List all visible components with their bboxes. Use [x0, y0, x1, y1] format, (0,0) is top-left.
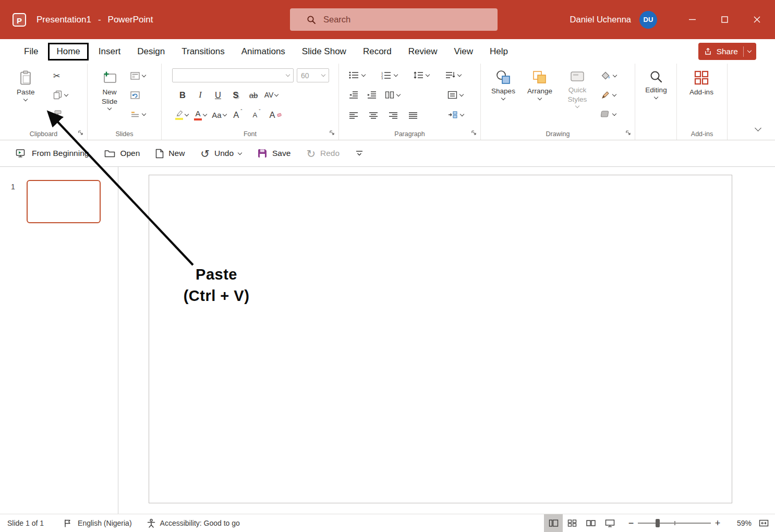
chevron-down-icon[interactable]	[394, 72, 398, 76]
accessibility-status[interactable]: Accessibility: Good to go	[160, 519, 240, 527]
new-slide-button[interactable]: New Slide	[94, 70, 125, 110]
chevron-down-icon[interactable]	[64, 92, 68, 96]
character-spacing-button[interactable]: AV	[264, 88, 278, 102]
tab-view[interactable]: View	[445, 43, 481, 61]
increase-indent-button[interactable]	[367, 88, 377, 102]
section-button[interactable]	[130, 107, 146, 121]
format-painter-button[interactable]	[53, 107, 68, 121]
line-spacing-button[interactable]	[413, 68, 429, 82]
copy-button[interactable]	[53, 88, 68, 102]
font-size-select[interactable]: 60	[297, 68, 329, 82]
reading-view-button[interactable]	[582, 514, 600, 532]
chevron-down-icon[interactable]	[613, 72, 617, 77]
slide-sorter-view-button[interactable]	[563, 514, 582, 532]
open-button[interactable]: Open	[104, 149, 140, 158]
zoom-slider[interactable]	[638, 523, 711, 524]
close-button[interactable]	[745, 8, 769, 32]
chevron-down-icon[interactable]	[274, 92, 278, 96]
slide-thumbnail[interactable]	[27, 180, 101, 223]
chevron-down-icon[interactable]	[142, 72, 146, 77]
shape-outline-button[interactable]	[601, 88, 616, 102]
tab-slide-show[interactable]: Slide Show	[294, 43, 355, 61]
tab-record[interactable]: Record	[355, 43, 400, 61]
align-text-button[interactable]	[447, 88, 464, 102]
columns-button[interactable]	[385, 88, 400, 102]
bullets-button[interactable]	[348, 68, 365, 82]
text-highlight-button[interactable]	[174, 107, 189, 122]
chevron-down-icon[interactable]	[142, 111, 146, 115]
chevron-down-icon[interactable]	[538, 95, 542, 100]
chevron-down-icon[interactable]	[361, 72, 366, 76]
bold-button[interactable]: B	[175, 88, 190, 102]
minimize-button[interactable]	[680, 8, 704, 32]
slide-layout-button[interactable]	[130, 69, 146, 82]
avatar[interactable]: DU	[639, 11, 657, 29]
save-button[interactable]: Save	[257, 148, 290, 159]
chevron-down-icon[interactable]	[501, 95, 505, 100]
add-ins-button[interactable]: Add-ins	[685, 70, 718, 97]
align-left-button[interactable]	[348, 108, 359, 122]
arrange-button[interactable]: Arrange	[525, 70, 555, 100]
align-center-button[interactable]	[368, 108, 379, 122]
shape-effects-button[interactable]	[601, 107, 616, 121]
user-name[interactable]: Daniel Uchenna	[570, 15, 631, 25]
zoom-percentage[interactable]: 59%	[731, 519, 752, 527]
from-beginning-button[interactable]: From Beginning	[16, 149, 89, 159]
font-name-select[interactable]	[172, 68, 294, 82]
search-box[interactable]	[290, 8, 498, 31]
change-case-button[interactable]: Aa	[212, 107, 226, 122]
chevron-down-icon[interactable]	[654, 94, 658, 99]
shapes-button[interactable]: Shapes	[488, 70, 518, 100]
slide-canvas[interactable]	[149, 175, 732, 503]
paragraph-dialog-launcher[interactable]	[471, 130, 477, 136]
shape-fill-button[interactable]	[601, 69, 616, 82]
strikethrough-button[interactable]: ab	[246, 88, 261, 102]
chevron-down-icon[interactable]	[459, 92, 464, 96]
zoom-out-button[interactable]: −	[626, 518, 636, 529]
clipboard-dialog-launcher[interactable]	[78, 130, 83, 136]
chevron-down-icon[interactable]	[238, 150, 242, 154]
toolbar-overflow-button[interactable]	[355, 150, 364, 157]
tab-home[interactable]: Home	[48, 43, 88, 61]
collapse-ribbon-button[interactable]	[756, 123, 760, 132]
share-button[interactable]: Share	[698, 43, 756, 60]
tab-help[interactable]: Help	[481, 43, 516, 61]
text-direction-button[interactable]	[445, 68, 461, 82]
chevron-down-icon[interactable]	[747, 49, 752, 53]
maximize-button[interactable]	[712, 8, 736, 32]
reset-slide-button[interactable]	[130, 88, 146, 102]
proofing-status-icon[interactable]	[64, 519, 71, 528]
text-shadow-button[interactable]: S	[228, 88, 243, 102]
search-input[interactable]	[323, 15, 480, 25]
clear-formatting-button[interactable]: A	[268, 107, 283, 122]
drawing-dialog-launcher[interactable]	[626, 130, 631, 136]
tab-animations[interactable]: Animations	[233, 43, 294, 61]
numbering-button[interactable]: 123	[381, 68, 397, 82]
tab-insert[interactable]: Insert	[90, 43, 129, 61]
cut-button[interactable]: ✂	[53, 69, 68, 82]
chevron-down-icon[interactable]	[222, 112, 226, 116]
editing-button[interactable]: Editing	[639, 70, 673, 99]
tab-transitions[interactable]: Transitions	[173, 43, 233, 61]
align-right-button[interactable]	[388, 108, 398, 122]
chevron-down-icon[interactable]	[612, 92, 616, 96]
chevron-down-icon[interactable]	[457, 72, 462, 76]
chevron-down-icon[interactable]	[107, 106, 112, 110]
undo-button[interactable]: ↺ Undo	[200, 148, 241, 159]
underline-button[interactable]: U	[211, 88, 225, 102]
convert-smartart-button[interactable]	[447, 108, 464, 122]
zoom-slider-handle[interactable]	[656, 519, 660, 527]
increase-font-size-button[interactable]: Aˆ	[231, 107, 245, 122]
chevron-down-icon[interactable]	[23, 96, 28, 101]
decrease-indent-button[interactable]	[348, 88, 358, 102]
tab-review[interactable]: Review	[400, 43, 446, 61]
chevron-down-icon[interactable]	[612, 111, 616, 115]
language-button[interactable]: English (Nigeria)	[78, 519, 131, 527]
slideshow-view-button[interactable]	[600, 514, 619, 532]
redo-button[interactable]: ↻ Redo	[306, 148, 340, 159]
italic-button[interactable]: I	[193, 88, 208, 102]
chevron-down-icon[interactable]	[185, 112, 189, 116]
font-color-button[interactable]: A	[193, 107, 208, 122]
quick-styles-button[interactable]: Quick Styles	[560, 70, 595, 107]
tab-file[interactable]: File	[16, 43, 46, 61]
